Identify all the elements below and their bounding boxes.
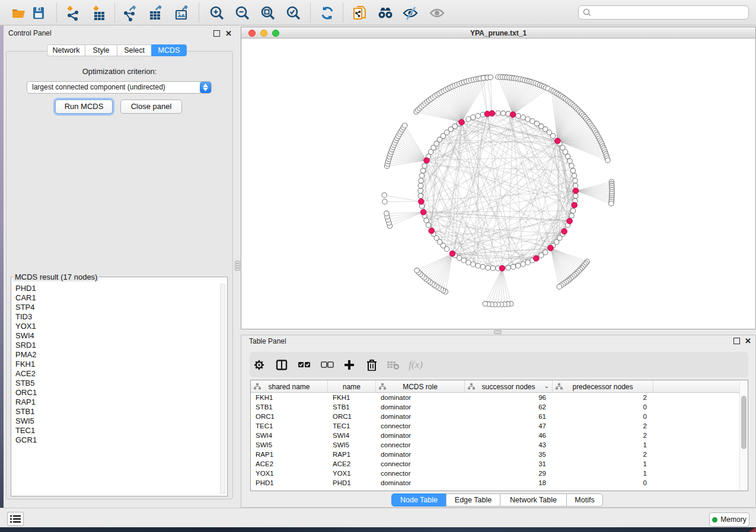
horizontal-splitter-handle[interactable] — [494, 330, 502, 334]
table-cell[interactable]: STB1 — [251, 402, 328, 412]
table-cell[interactable]: 0 — [553, 402, 653, 412]
column-header-successor-nodes[interactable]: successor nodes ⌄ — [465, 380, 553, 393]
search-box[interactable] — [578, 5, 749, 20]
table-row[interactable]: YOX1YOX1connector291 — [251, 469, 740, 478]
task-history-button[interactable] — [7, 512, 24, 526]
export-network-icon[interactable] — [121, 4, 139, 22]
table-header[interactable]: shared name name MCDS role successor nod… — [251, 380, 740, 393]
list-item[interactable]: STB1 — [12, 407, 219, 416]
table-row[interactable]: TEC1TEC1connector472 — [251, 421, 740, 431]
table-cell[interactable]: YOX1 — [251, 469, 328, 478]
table-cell[interactable]: STB1 — [328, 402, 376, 412]
export-image-icon[interactable] — [173, 4, 191, 22]
table-cell[interactable]: TEC1 — [251, 421, 328, 431]
table-scrollbar[interactable] — [739, 381, 747, 490]
tab-edge-table[interactable]: Edge Table — [446, 493, 500, 507]
close-panel-button[interactable]: Close panel — [120, 100, 182, 114]
list-item[interactable]: ORC1 — [12, 388, 219, 398]
table-cell[interactable] — [653, 478, 740, 488]
column-header-name[interactable]: name — [328, 380, 376, 393]
list-item[interactable]: SWI4 — [12, 331, 219, 341]
table-cell[interactable]: dominator — [376, 412, 465, 421]
table-cell[interactable]: dominator — [376, 402, 465, 412]
column-header-shared-name[interactable]: shared name — [251, 380, 328, 393]
table-cell[interactable]: RAP1 — [328, 450, 376, 459]
criterion-dropdown[interactable]: largest connected component (undirected) — [27, 81, 212, 94]
list-item[interactable]: FKH1 — [12, 360, 219, 369]
table-cell[interactable]: FKH1 — [328, 393, 376, 402]
show-all-icon[interactable] — [428, 4, 446, 22]
table-cell[interactable]: ORC1 — [251, 412, 328, 421]
table-cell[interactable]: PHD1 — [328, 478, 376, 488]
list-item[interactable]: TID3 — [12, 312, 219, 322]
table-cell[interactable]: SWI4 — [328, 431, 376, 440]
table-row[interactable]: ACE2ACE2connector311 — [251, 459, 740, 469]
zoom-out-icon[interactable] — [234, 4, 251, 22]
list-scrollbar[interactable] — [220, 284, 225, 494]
table-row[interactable]: SWI4SWI4dominator462 — [251, 431, 740, 440]
list-item[interactable]: PHD1 — [12, 284, 219, 293]
table-cell[interactable]: 0 — [553, 478, 653, 488]
table-cell[interactable]: 2 — [553, 450, 653, 459]
tab-style[interactable]: Style — [85, 44, 117, 56]
table-row[interactable]: FKH1FKH1dominator962 — [251, 393, 740, 402]
table-cell[interactable]: ORC1 — [328, 412, 376, 421]
list-item[interactable]: CAR1 — [12, 293, 219, 303]
network-window-titlebar[interactable]: YPA_prune.txt_1 — [241, 27, 755, 39]
table-cell[interactable] — [653, 459, 740, 469]
table-cell[interactable]: dominator — [376, 478, 465, 488]
table-cell[interactable] — [653, 440, 740, 450]
deselect-all-icon[interactable] — [320, 358, 335, 372]
table-row[interactable]: STB1STB1dominator620 — [251, 402, 740, 412]
zoom-selected-icon[interactable] — [285, 4, 302, 22]
list-item[interactable]: SRD1 — [12, 341, 219, 350]
table-cell[interactable]: 18 — [465, 478, 553, 488]
table-row[interactable]: RAP1RAP1dominator352 — [251, 450, 740, 459]
tab-mcds[interactable]: MCDS — [151, 44, 187, 56]
export-table-icon[interactable] — [147, 4, 165, 22]
table-cell[interactable]: SWI4 — [251, 431, 328, 440]
table-cell[interactable]: 29 — [465, 469, 553, 478]
function-builder-icon[interactable]: f(x) — [408, 358, 423, 372]
table-cell[interactable]: ACE2 — [251, 459, 328, 469]
column-header-predecessor-nodes[interactable]: predecessor nodes — [553, 380, 653, 393]
table-cell[interactable]: TEC1 — [328, 421, 376, 431]
table-cell[interactable]: PHD1 — [251, 478, 328, 488]
table-cell[interactable]: connector — [376, 440, 465, 450]
first-neighbors-icon[interactable] — [377, 4, 394, 22]
show-columns-icon[interactable] — [274, 358, 289, 372]
select-all-icon[interactable] — [296, 358, 312, 372]
table-cell[interactable]: RAP1 — [251, 450, 328, 459]
list-item[interactable]: YOX1 — [12, 322, 219, 331]
hide-selected-icon[interactable] — [401, 4, 419, 22]
table-row[interactable]: ORC1ORC1dominator610 — [251, 412, 740, 421]
table-cell[interactable]: dominator — [376, 393, 465, 402]
table-cell[interactable]: 1 — [553, 440, 653, 450]
import-network-icon[interactable] — [64, 4, 82, 22]
list-item[interactable]: SWI5 — [12, 416, 219, 426]
table-cell[interactable]: dominator — [376, 450, 465, 459]
table-cell[interactable]: 35 — [465, 450, 553, 459]
table-cell[interactable]: SWI5 — [251, 440, 328, 450]
open-file-icon[interactable] — [9, 4, 27, 22]
run-mcds-button[interactable]: Run MCDS — [55, 100, 113, 114]
table-cell[interactable] — [653, 469, 740, 478]
column-header-mcds-role[interactable]: MCDS role — [376, 380, 465, 393]
float-panel-icon[interactable] — [213, 30, 220, 37]
add-column-icon[interactable] — [342, 358, 357, 372]
dropdown-stepper-icon[interactable] — [200, 82, 211, 93]
table-cell[interactable]: 61 — [465, 412, 553, 421]
new-network-from-selection-icon[interactable] — [351, 4, 369, 22]
table-cell[interactable] — [653, 450, 740, 459]
table-cell[interactable]: YOX1 — [328, 469, 376, 478]
table-row[interactable]: SWI5SWI5connector431 — [251, 440, 740, 450]
tab-network-table[interactable]: Network Table — [500, 493, 567, 507]
zoom-in-icon[interactable] — [208, 4, 226, 22]
table-cell[interactable]: 1 — [553, 469, 653, 478]
table-cell[interactable]: 96 — [465, 393, 553, 402]
table-cell[interactable]: 62 — [465, 402, 553, 412]
refresh-layout-icon[interactable] — [318, 4, 336, 22]
vertical-splitter-handle[interactable] — [235, 261, 240, 271]
list-item[interactable]: GCR1 — [12, 435, 219, 445]
list-item[interactable]: RAP1 — [12, 398, 219, 407]
